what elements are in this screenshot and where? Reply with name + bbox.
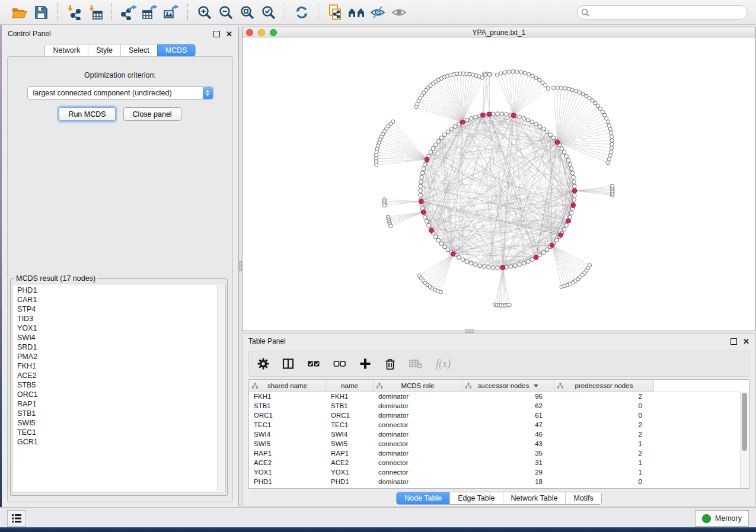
close-panel-icon[interactable]: ✕ [226,31,232,37]
mcds-result-item[interactable]: STB5 [14,380,217,390]
table-panel-title: Table Panel [248,337,731,345]
table-cell: 31 [462,459,554,466]
tab-motifs[interactable]: Motifs [565,492,601,504]
table-scrollbar[interactable] [740,392,749,488]
close-panel-button[interactable]: Close panel [123,107,181,121]
tab-mcds[interactable]: MCDS [157,44,195,56]
float-panel-icon[interactable] [731,338,737,345]
open-session-button[interactable] [9,2,30,23]
tab-node-table[interactable]: Node Table [397,492,449,504]
network-graph [243,38,755,331]
run-mcds-button[interactable]: Run MCDS [59,107,115,121]
mcds-list-scrollbar[interactable] [217,285,225,491]
table-row[interactable]: FKH1FKH1dominator962 [249,392,741,401]
tab-edge-table[interactable]: Edge Table [449,492,502,504]
column-settings-button[interactable] [257,358,269,370]
column-header-name[interactable]: name [326,380,374,392]
mcds-result-item[interactable]: PHD1 [14,286,217,295]
table-row[interactable]: YOX1YOX1connector291 [249,467,741,477]
mcds-result-item[interactable]: STP4 [14,305,217,314]
criterion-select[interactable]: largest connected component (undirected) [27,86,213,100]
hide-selected-button[interactable] [367,2,388,23]
network-titlebar[interactable]: YPA_prune.txt_1 [243,27,755,39]
import-table-button[interactable] [85,2,106,23]
select-all-rows-button[interactable] [307,358,320,370]
table-row[interactable]: ORC1ORC1dominator610 [249,411,741,420]
mcds-result-item[interactable]: GCR1 [14,437,217,447]
memory-button[interactable]: Memory [695,510,749,527]
apply-layout-button[interactable] [291,2,312,23]
table-row[interactable]: PHD1PHD1dominator180 [249,477,741,486]
table-row[interactable]: RAP1RAP1dominator352 [249,448,741,458]
column-header-mcds-role[interactable]: MCDS role [374,380,462,392]
mcds-result-item[interactable]: FKH1 [14,361,217,371]
float-panel-icon[interactable] [213,31,220,37]
table-scrollbar-thumb[interactable] [742,393,747,451]
mcds-result-item[interactable]: SWI4 [14,333,217,342]
toolbar-separator [111,4,113,21]
mcds-result-item[interactable]: SRD1 [14,342,217,352]
column-header-successor-nodes[interactable]: successor nodes [462,380,554,392]
export-table-button[interactable] [139,2,161,23]
zoom-fit-button[interactable] [237,2,258,23]
column-header-predecessor-nodes[interactable]: predecessor nodes [554,380,654,392]
table-cell: 2 [554,393,654,400]
add-button[interactable] [359,358,371,370]
mcds-result-item[interactable]: TID3 [14,314,217,323]
table-cell: connector [374,469,462,476]
zoom-in-button[interactable] [194,2,215,23]
zoom-out-button[interactable] [215,2,237,23]
mcds-result-item[interactable]: SWI5 [14,418,217,428]
save-floppy-icon [33,5,49,20]
export-image-button[interactable] [161,2,182,23]
node-table: shared name name MCDS role [248,379,749,489]
search-field[interactable] [577,5,748,20]
tab-select[interactable]: Select [120,44,157,56]
mcds-result-title: MCDS result (17 nodes) [14,274,97,283]
tab-network[interactable]: Network [45,44,88,56]
table-row[interactable]: TEC1TEC1connector472 [249,420,741,430]
tab-style[interactable]: Style [88,44,120,56]
column-header-shared-name[interactable]: shared name [249,380,326,392]
mcds-result-item[interactable]: ORC1 [14,390,217,399]
table-row[interactable]: SWI5SWI5connector431 [249,439,741,448]
mcds-result-item[interactable]: RAP1 [14,399,217,409]
mcds-result-item[interactable]: STB1 [14,409,217,418]
destroy-table-button[interactable] [409,358,423,369]
eye-icon [391,5,407,20]
table-cell: ACE2 [326,459,374,466]
delete-selected-button[interactable] [384,358,396,370]
import-network-button[interactable] [63,2,85,23]
deselect-all-rows-button[interactable] [333,358,346,370]
search-input[interactable] [577,5,748,20]
mcds-result-item[interactable]: CAR1 [14,295,217,305]
import-network-icon [66,5,82,20]
zoom-in-icon [197,5,212,20]
close-panel-icon[interactable]: ✕ [743,339,749,344]
mcds-result-item[interactable]: YOX1 [14,323,217,333]
mcds-result-item[interactable]: TEC1 [14,428,217,437]
tab-network-table[interactable]: Network Table [503,492,566,504]
toggle-panes-button[interactable] [282,358,294,370]
mcds-result-item[interactable]: ACE2 [14,371,217,380]
task-history-button[interactable] [7,510,26,527]
first-neighbors-button[interactable] [346,2,367,23]
table-cell: 62 [462,402,554,409]
network-canvas[interactable] [243,38,755,331]
show-all-button[interactable] [388,2,410,23]
function-builder-button[interactable]: f(x) [436,358,451,370]
table-cell: SWI5 [326,440,374,447]
table-row[interactable]: ACE2ACE2connector311 [249,458,741,467]
table-row[interactable]: STB1STB1dominator620 [249,401,741,411]
zoom-selected-button[interactable] [258,2,279,23]
save-session-button[interactable] [30,2,52,23]
cytoscape-window: Control Panel ✕ Network Style Select MCD… [0,0,756,527]
table-row[interactable]: SWI4SWI4dominator462 [249,430,741,439]
mcds-result-item[interactable]: PMA2 [14,352,217,361]
zoom-out-icon [218,5,234,20]
splitter-handle[interactable] [465,329,474,333]
export-network-button[interactable] [118,2,139,23]
control-panel-titlebar: Control Panel ✕ [2,27,238,41]
table-cell: ORC1 [249,412,326,419]
clone-network-button[interactable] [324,2,346,23]
